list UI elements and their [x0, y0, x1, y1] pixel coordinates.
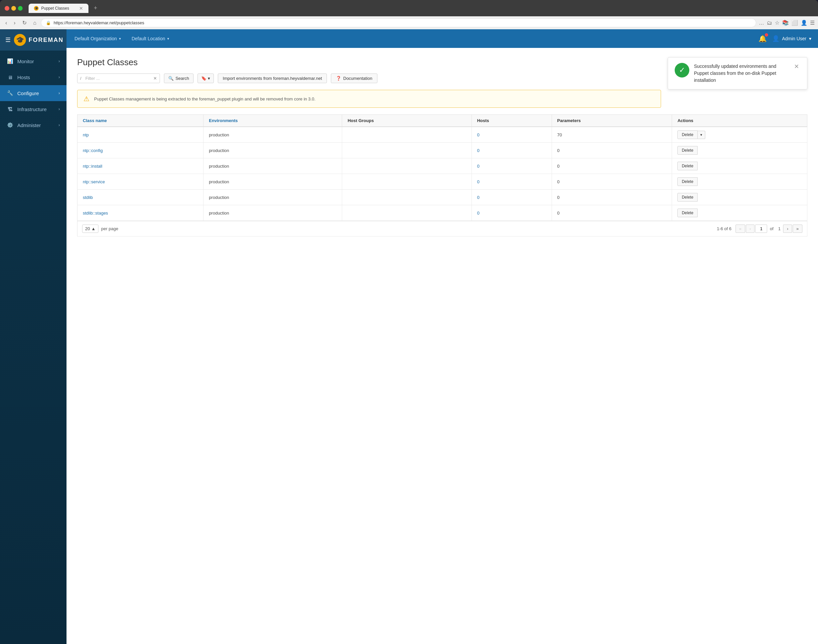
hosts-count-link[interactable]: 0: [477, 195, 479, 200]
pocket-icon[interactable]: 🗂: [767, 20, 772, 26]
cell-hosts: 0: [472, 174, 551, 190]
tab-title: Puppet Classes: [41, 6, 69, 11]
delete-button-wrap: Delete: [677, 209, 802, 217]
delete-button[interactable]: Delete: [677, 193, 698, 202]
hosts-count-link[interactable]: 0: [477, 179, 479, 184]
action-buttons-row: / ✕ 🔍 Search 🔖 ▾ Import environments fro…: [77, 74, 661, 83]
search-button[interactable]: 🔍 Search: [164, 74, 193, 83]
class-name-link[interactable]: stdlib::stages: [83, 210, 108, 216]
location-selector[interactable]: Default Location ▾: [130, 30, 171, 47]
delete-button[interactable]: Delete: [677, 177, 698, 186]
sidebar-item-infrastructure[interactable]: 🏗 Infrastructure ›: [0, 101, 66, 117]
per-page-label: per page: [101, 226, 118, 231]
import-button[interactable]: Import environments from foreman.heyvald…: [218, 74, 327, 83]
col-class-name[interactable]: Class name: [78, 115, 204, 127]
home-button[interactable]: ⌂: [31, 19, 38, 27]
cell-actions: Delete ▾: [672, 127, 807, 143]
cell-host-groups: [342, 127, 472, 143]
per-page-selector[interactable]: 20 ▲: [82, 225, 98, 233]
close-button[interactable]: [5, 6, 9, 11]
prev-page-button[interactable]: ‹: [746, 225, 755, 233]
per-page-value: 20: [85, 226, 90, 231]
maximize-button[interactable]: [18, 6, 23, 11]
page-number-input[interactable]: [755, 225, 767, 233]
bookmark-filter-button[interactable]: 🔖 ▾: [198, 74, 214, 83]
hosts-count-link[interactable]: 0: [477, 210, 479, 216]
org-selector[interactable]: Default Organization ▾: [73, 30, 123, 47]
back-button[interactable]: ‹: [3, 19, 9, 27]
sidebar-item-monitor[interactable]: 📊 Monitor ›: [0, 53, 66, 69]
bookmark-caret-icon: ▾: [208, 76, 210, 81]
class-name-link[interactable]: ntp::install: [83, 164, 103, 169]
delete-button[interactable]: Delete: [677, 209, 698, 217]
chevron-right-icon: ›: [58, 123, 60, 127]
delete-button-wrap: Delete: [677, 162, 802, 170]
cell-parameters: 0: [551, 205, 672, 221]
hosts-count-link[interactable]: 0: [477, 132, 479, 137]
cell-class-name: stdlib: [78, 190, 204, 205]
sidebar: ☰ 🎓 FOREMAN 📊 Monitor › 🖥 Hosts › 🔧 Conf…: [0, 29, 66, 644]
warning-banner: ⚠ Puppet Classes management is being ext…: [77, 90, 661, 108]
question-circle-icon: ❓: [336, 76, 341, 81]
extensions-icon[interactable]: …: [759, 20, 764, 26]
security-icon: 🔒: [46, 21, 51, 25]
reader-mode-icon[interactable]: ⬜: [791, 20, 798, 26]
active-tab[interactable]: 🎓 Puppet Classes ✕: [29, 4, 89, 13]
sidebar-item-administer[interactable]: ⚙️ Administer ›: [0, 117, 66, 133]
delete-dropdown-button[interactable]: ▾: [698, 131, 705, 139]
chevron-right-icon: ›: [58, 59, 60, 64]
menu-icon[interactable]: ☰: [810, 20, 815, 26]
delete-button[interactable]: Delete: [677, 162, 698, 170]
sidebar-item-hosts[interactable]: 🖥 Hosts ›: [0, 69, 66, 85]
chevron-right-icon: ›: [58, 75, 60, 80]
class-name-link[interactable]: stdlib: [83, 195, 93, 200]
class-name-link[interactable]: ntp: [83, 132, 89, 137]
filter-slash-icon: /: [78, 74, 84, 83]
tab-close-button[interactable]: ✕: [79, 6, 83, 11]
table-header: Class name Environments Host Groups Host…: [78, 115, 807, 127]
last-page-button[interactable]: »: [793, 225, 803, 233]
first-page-button[interactable]: «: [735, 225, 745, 233]
class-name-link[interactable]: ntp::service: [83, 179, 105, 184]
class-name-link[interactable]: ntp::config: [83, 148, 103, 153]
sidebar-nav: 📊 Monitor › 🖥 Hosts › 🔧 Configure › 🏗 In…: [0, 51, 66, 644]
col-environments[interactable]: Environments: [204, 115, 342, 127]
location-label: Default Location: [132, 36, 165, 41]
org-label: Default Organization: [75, 36, 117, 41]
delete-button[interactable]: Delete: [677, 146, 698, 155]
user-menu[interactable]: 👤 Admin User ▾: [772, 35, 811, 42]
notifications-button[interactable]: 🔔: [758, 35, 767, 43]
delete-button[interactable]: Delete: [677, 130, 698, 139]
hosts-count-link[interactable]: 0: [477, 164, 479, 169]
cell-host-groups: [342, 205, 472, 221]
hosts-count-link[interactable]: 0: [477, 148, 479, 153]
warning-text: Puppet Classes management is being extra…: [94, 97, 316, 101]
toast-close-button[interactable]: ✕: [793, 63, 800, 70]
new-tab-button[interactable]: +: [91, 3, 100, 13]
next-page-button[interactable]: ›: [783, 225, 792, 233]
cell-class-name: ntp::config: [78, 143, 204, 158]
user-menu-caret-icon: ▾: [809, 36, 811, 41]
table-body: ntp production 0 70 Delete ▾ ntp::config…: [78, 127, 807, 221]
org-caret-icon: ▾: [119, 37, 121, 41]
pagination-range: 1-6 of 6: [717, 226, 732, 231]
address-bar[interactable]: 🔒 https://foreman.heyvaldemar.net/puppet…: [41, 18, 756, 27]
reload-button[interactable]: ↻: [20, 19, 29, 27]
documentation-button[interactable]: ❓ Documentation: [331, 74, 377, 83]
sidebar-header[interactable]: ☰ 🎓 FOREMAN: [0, 29, 66, 51]
account-icon[interactable]: 👤: [801, 20, 807, 26]
browser-actions: … 🗂 ☆ 📚 ⬜ 👤 ☰: [759, 20, 815, 26]
cell-hosts: 0: [472, 205, 551, 221]
cell-class-name: ntp::service: [78, 174, 204, 190]
cell-environment: production: [204, 174, 342, 190]
minimize-button[interactable]: [11, 6, 16, 11]
filter-clear-button[interactable]: ✕: [151, 74, 159, 83]
notification-badge: [765, 33, 768, 37]
forward-button[interactable]: ›: [12, 19, 17, 27]
bookmarks-library-icon[interactable]: 📚: [782, 20, 789, 26]
bookmark-icon[interactable]: ☆: [775, 20, 780, 26]
sidebar-hosts-label: Hosts: [17, 75, 30, 80]
total-pages: 1: [778, 226, 780, 231]
sidebar-item-configure[interactable]: 🔧 Configure ›: [0, 85, 66, 101]
filter-input[interactable]: [84, 74, 151, 83]
